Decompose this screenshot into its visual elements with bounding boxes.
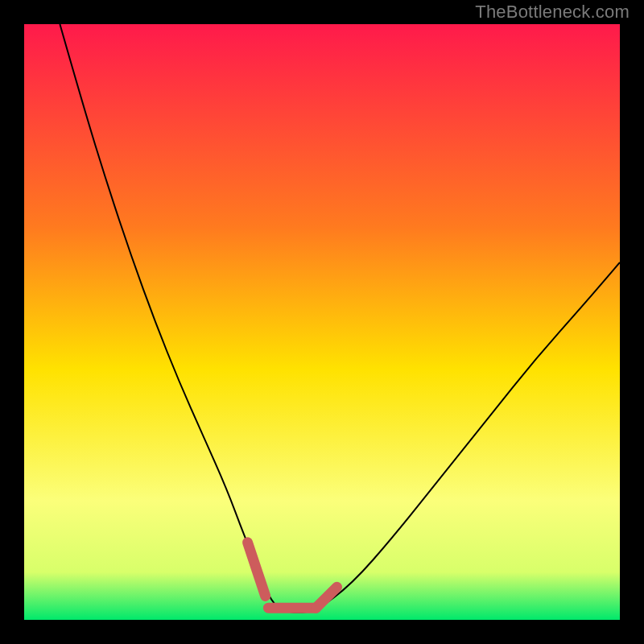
chart-area xyxy=(24,24,620,620)
outer-frame: TheBottleneck.com xyxy=(0,0,644,644)
bottleneck-chart xyxy=(24,24,620,620)
gradient-background xyxy=(24,24,620,620)
watermark-text: TheBottleneck.com xyxy=(475,2,630,23)
